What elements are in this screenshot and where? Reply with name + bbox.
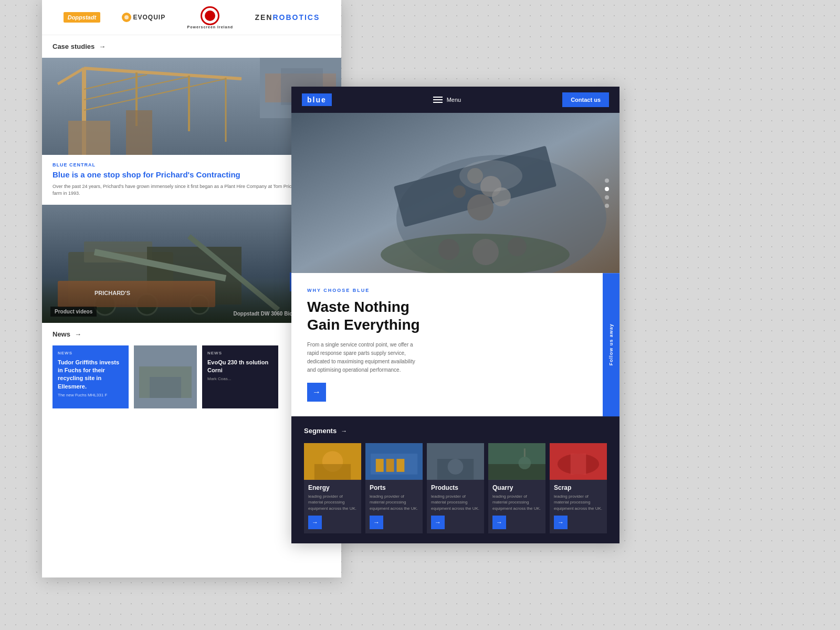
svg-rect-48 [376, 459, 384, 472]
menu-label: Menu [447, 97, 461, 103]
ports-arrow-icon: → [373, 519, 380, 526]
case-study-tag: BLUE CENTRAL [52, 162, 331, 167]
why-choose-title: Waste NothingGain Everything [307, 298, 587, 333]
case-studies-arrow-icon: → [99, 43, 106, 50]
segment-products-arrow[interactable]: → [431, 516, 445, 529]
why-choose-arrow-button[interactable]: → [307, 383, 326, 402]
news-label: News [52, 330, 70, 338]
svg-point-22 [94, 294, 116, 315]
segment-ports-desc: leading provider of material processing … [370, 494, 418, 511]
logo-bar: Doppstadt EVOQUIP Powerscreen Ireland ZE… [42, 0, 341, 35]
segment-card-ports[interactable]: Ports leading provider of material proce… [365, 443, 423, 533]
blue-logo: blue [302, 93, 332, 106]
segment-energy-name: Energy [308, 484, 357, 491]
news-card-1-subtitle: The new Fuchs MHL331 F [58, 393, 123, 397]
segment-quarry-arrow[interactable]: → [492, 516, 506, 529]
follow-us-sidebar: Follow us away [603, 273, 620, 416]
why-choose-tag: WHY CHOOSE BLUE [307, 288, 587, 293]
svg-point-41 [472, 239, 499, 265]
why-choose-description: From a single service control point, we … [307, 341, 423, 374]
products-arrow-icon: → [435, 519, 441, 526]
news-card-1-tag: NEWS [58, 351, 123, 355]
segment-ports-arrow[interactable]: → [370, 516, 383, 529]
right-website-panel: blue Menu Contact us [291, 87, 620, 543]
segment-ports-name: Ports [370, 484, 418, 491]
contact-us-button[interactable]: Contact us [562, 92, 609, 107]
svg-rect-8 [68, 121, 110, 155]
blue-nav-menu[interactable]: Menu [433, 97, 461, 103]
case-study-title: Blue is a one stop shop for Prichard's C… [52, 170, 331, 180]
svg-rect-19 [147, 247, 242, 304]
segment-quarry-desc: leading provider of material processing … [492, 494, 541, 511]
news-card-3-title: EvoQu 230 th solution Corni [207, 359, 273, 375]
segment-scrap-image [550, 443, 607, 480]
svg-point-37 [467, 194, 494, 220]
svg-rect-50 [396, 459, 404, 472]
svg-rect-29 [150, 377, 181, 398]
segment-products-desc: leading provider of material processing … [431, 494, 480, 511]
svg-point-40 [438, 239, 459, 260]
case-studies-label: Case studies [52, 43, 94, 50]
hero-dot-3[interactable] [605, 195, 609, 200]
segment-card-energy[interactable]: Energy leading provider of material proc… [304, 443, 361, 533]
segment-quarry-name: Quarry [492, 484, 541, 491]
svg-point-35 [453, 185, 466, 198]
hero-dot-4[interactable] [605, 204, 609, 208]
arrow-icon: → [312, 387, 321, 397]
segment-energy-desc: leading provider of material processing … [308, 494, 357, 511]
segment-scrap-desc: leading provider of material processing … [554, 494, 603, 511]
hero-dot-2[interactable] [605, 187, 609, 191]
svg-rect-45 [314, 464, 351, 480]
svg-rect-49 [386, 459, 394, 472]
news-card-1[interactable]: NEWS Tudor Griffiths invests in Fuchs fo… [52, 345, 129, 408]
hamburger-icon [433, 97, 443, 103]
news-card-2-image [134, 345, 197, 408]
why-choose-content: WHY CHOOSE BLUE Waste NothingGain Everyt… [291, 273, 603, 416]
segments-grid: Energy leading provider of material proc… [304, 443, 607, 533]
scrap-arrow-icon: → [558, 519, 564, 526]
segment-quarry-image [488, 443, 545, 480]
why-choose-section: WHY CHOOSE BLUE Waste NothingGain Everyt… [291, 273, 620, 416]
segment-scrap-arrow[interactable]: → [554, 516, 568, 529]
news-arrow-icon: → [75, 330, 81, 338]
segment-products-image [427, 443, 484, 480]
hero-navigation-dots [605, 178, 609, 208]
product-videos-label: Product videos [50, 307, 97, 317]
news-card-3-author: Mark Coas... [207, 376, 273, 381]
segment-scrap-name: Scrap [554, 484, 603, 491]
segment-card-products[interactable]: Products leading provider of material pr… [427, 443, 484, 533]
svg-point-23 [136, 294, 158, 315]
case-studies-header[interactable]: Case studies → [42, 35, 341, 58]
svg-point-0 [124, 15, 129, 19]
segment-energy-arrow[interactable]: → [308, 516, 322, 529]
svg-point-53 [448, 459, 464, 475]
svg-point-42 [508, 237, 527, 256]
energy-arrow-icon: → [312, 519, 318, 526]
segments-header: Segments → [304, 427, 607, 435]
svg-point-24 [190, 295, 209, 314]
hero-dot-1[interactable] [605, 178, 609, 183]
segment-card-scrap[interactable]: Scrap leading provider of material proce… [550, 443, 607, 533]
sidebar-text: Follow us away [608, 324, 614, 366]
segments-arrow-icon: → [341, 427, 347, 435]
svg-text:PRICHARD'S: PRICHARD'S [94, 290, 130, 296]
svg-point-56 [518, 457, 531, 469]
zen-robotics-logo[interactable]: ZENROBOTICS [255, 9, 320, 25]
blue-hero-image [291, 113, 620, 273]
powerscreen-logo[interactable]: Powerscreen Ireland [187, 9, 233, 25]
quarry-arrow-icon: → [496, 519, 502, 526]
segment-ports-image [365, 443, 423, 480]
case-study-description: Over the past 24 years, Prichard's have … [52, 183, 331, 197]
segment-energy-image [304, 443, 361, 480]
segments-section: Segments → Energy leading provider of ma… [291, 416, 620, 543]
svg-rect-25 [58, 281, 215, 307]
blue-website-header: blue Menu Contact us [291, 87, 620, 113]
evoquip-logo[interactable]: EVOQUIP [122, 9, 165, 25]
svg-rect-60 [571, 454, 586, 475]
doppstadt-logo[interactable]: Doppstadt [64, 9, 100, 25]
news-card-1-title: Tudor Griffiths invests in Fuchs for the… [58, 359, 123, 391]
news-card-3[interactable]: NEWS EvoQu 230 th solution Corni Mark Co… [202, 345, 278, 408]
segment-card-quarry[interactable]: Quarry leading provider of material proc… [488, 443, 545, 533]
svg-rect-9 [126, 110, 152, 155]
segment-products-name: Products [431, 484, 480, 491]
